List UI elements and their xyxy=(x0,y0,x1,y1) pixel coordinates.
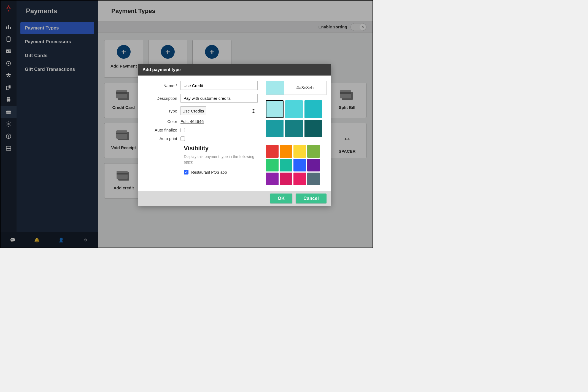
selected-color-swatch xyxy=(266,81,284,95)
color-swatch[interactable] xyxy=(280,159,292,171)
description-label: Description xyxy=(142,96,180,101)
color-swatch[interactable] xyxy=(280,145,292,158)
add-payment-type-modal: Add payment type Name * Description Type… xyxy=(138,64,331,206)
name-label: Name * xyxy=(142,83,180,88)
modal-title: Add payment type xyxy=(138,64,331,76)
color-edit-link[interactable]: Edit: 464646 xyxy=(180,119,204,124)
name-input[interactable] xyxy=(180,81,258,90)
description-input[interactable] xyxy=(180,94,258,103)
type-label: Type xyxy=(142,109,180,113)
color-swatch[interactable] xyxy=(307,159,320,171)
visibility-option-label: Restaurant POS app xyxy=(191,170,227,174)
modal-form: Name * Description Type Use Credits Colo… xyxy=(142,81,258,185)
auto-finalize-checkbox[interactable] xyxy=(180,128,185,132)
selected-color-hex: #a3e8eb xyxy=(284,81,326,95)
color-swatch[interactable] xyxy=(280,173,292,185)
checkbox-checked-icon xyxy=(184,170,188,174)
ok-button[interactable]: OK xyxy=(270,194,293,203)
color-swatch[interactable] xyxy=(285,120,303,137)
color-swatch[interactable] xyxy=(307,173,320,185)
auto-print-label: Auto print xyxy=(142,136,180,141)
color-picker: #a3e8eb xyxy=(266,81,327,185)
color-label: Color xyxy=(142,119,180,124)
auto-finalize-label: Auto finalize xyxy=(142,128,180,132)
color-swatch[interactable] xyxy=(307,145,320,158)
color-swatch[interactable] xyxy=(293,159,306,171)
color-swatch[interactable] xyxy=(266,173,279,185)
visibility-text: Display this payment type in the followi… xyxy=(184,154,258,165)
color-swatch[interactable] xyxy=(266,159,279,171)
auto-print-checkbox[interactable] xyxy=(180,136,185,141)
type-select[interactable]: Use Credits xyxy=(180,106,206,115)
color-swatch[interactable] xyxy=(266,145,279,158)
color-preview: #a3e8eb xyxy=(266,81,327,95)
cancel-button[interactable]: Cancel xyxy=(296,194,327,203)
tint-palette xyxy=(266,100,327,137)
visibility-heading: Visibility xyxy=(184,145,258,152)
color-swatch[interactable] xyxy=(304,100,322,118)
color-swatch[interactable] xyxy=(266,100,284,118)
color-swatch[interactable] xyxy=(293,145,306,158)
visibility-checkbox-row[interactable]: Restaurant POS app xyxy=(184,170,258,174)
modal-footer: OK Cancel xyxy=(138,191,331,206)
color-swatch[interactable] xyxy=(285,100,303,118)
color-swatch[interactable] xyxy=(304,120,322,137)
color-swatch[interactable] xyxy=(293,173,306,185)
color-palette xyxy=(266,145,327,185)
color-swatch[interactable] xyxy=(266,120,284,137)
